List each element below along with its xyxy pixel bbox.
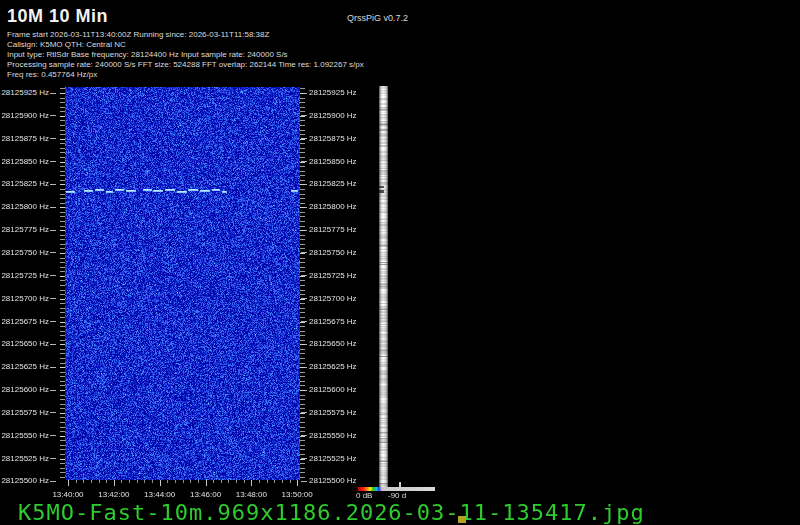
freq-tick — [50, 115, 56, 116]
freq-edge-tick — [300, 230, 305, 231]
freq-edge-tick — [300, 125, 305, 126]
freq-edge-tick — [60, 157, 65, 158]
freq-edge-tick — [300, 436, 305, 437]
freq-edge-tick — [300, 148, 305, 149]
time-major-tick — [251, 480, 252, 486]
freq-edge-tick — [300, 166, 305, 167]
freq-edge-tick — [60, 116, 65, 117]
freq-edge-tick — [300, 194, 305, 195]
freq-edge-tick — [300, 395, 305, 396]
freq-edge-tick — [300, 417, 305, 418]
freq-tick — [50, 367, 56, 368]
time-minor-tick — [76, 480, 77, 483]
freq-edge-tick — [300, 253, 305, 254]
freq-edge-tick — [300, 468, 305, 469]
freq-edge-tick — [60, 107, 65, 108]
freq-edge-tick — [300, 102, 305, 103]
freq-edge-tick — [60, 139, 65, 140]
freq-edge-tick — [300, 413, 305, 414]
freq-edge-tick — [300, 312, 305, 313]
freq-edge-tick — [60, 207, 65, 208]
freq-edge-tick — [60, 248, 65, 249]
freq-tick-label: 28125500 Hz — [309, 476, 357, 486]
time-minor-tick — [259, 480, 260, 483]
freq-edge-tick — [300, 162, 305, 163]
freq-edge-tick — [300, 326, 305, 327]
freq-tick-label: 28125650 Hz — [309, 339, 357, 349]
freq-edge-tick — [60, 440, 65, 441]
freq-edge-tick — [60, 280, 65, 281]
freq-tick-label: 28125675 Hz — [309, 317, 357, 327]
freq-edge-tick — [60, 230, 65, 231]
time-minor-tick — [137, 480, 138, 483]
freq-edge-tick — [300, 203, 305, 204]
time-minor-tick — [183, 480, 184, 483]
freq-edge-tick — [60, 331, 65, 332]
freq-edge-tick — [300, 271, 305, 272]
freq-tick — [50, 230, 56, 231]
freq-tick-label: 28125875 Hz — [0, 134, 49, 144]
freq-tick-label: 28125675 Hz — [0, 317, 49, 327]
freq-edge-tick — [60, 239, 65, 240]
qrss-grabber-screen: 10M 10 Min QrssPiG v0.7.2 Frame start 20… — [0, 0, 800, 525]
info-line-frame-start: Frame start 2026-03-11T13:40:00Z Running… — [7, 30, 364, 40]
freq-edge-tick — [300, 221, 305, 222]
freq-edge-tick — [60, 226, 65, 227]
time-minor-tick — [144, 480, 145, 483]
freq-tick-label: 28125725 Hz — [0, 271, 49, 281]
freq-edge-tick — [60, 372, 65, 373]
freq-edge-tick — [60, 472, 65, 473]
freq-edge-tick — [300, 331, 305, 332]
app-version: QrssPiG v0.7.2 — [347, 13, 408, 23]
time-minor-tick — [282, 480, 283, 483]
freq-edge-tick — [300, 390, 305, 391]
freq-edge-tick — [300, 152, 305, 153]
freq-edge-tick — [60, 134, 65, 135]
freq-tick — [50, 252, 56, 253]
freq-edge-tick — [60, 353, 65, 354]
freq-edge-tick — [60, 143, 65, 144]
time-minor-tick — [91, 480, 92, 483]
freq-edge-tick — [60, 349, 65, 350]
freq-edge-tick — [60, 93, 65, 94]
freq-tick-label: 28125750 Hz — [0, 248, 49, 258]
freq-tick — [50, 184, 56, 185]
freq-tick — [50, 344, 56, 345]
freq-edge-tick — [300, 285, 305, 286]
freq-edge-tick — [60, 290, 65, 291]
freq-tick-label: 28125900 Hz — [309, 111, 357, 121]
info-line-callsign: Callsign: K5MO QTH: Central NC — [7, 40, 364, 50]
freq-edge-tick — [300, 134, 305, 135]
freq-edge-tick — [60, 468, 65, 469]
freq-edge-tick — [60, 203, 65, 204]
freq-tick-label: 28125700 Hz — [0, 294, 49, 304]
freq-edge-tick — [60, 235, 65, 236]
freq-tick-label: 28125825 Hz — [309, 179, 357, 189]
freq-edge-tick — [60, 340, 65, 341]
freq-tick-label: 28125800 Hz — [0, 202, 49, 212]
time-tick-label: 13:46:00 — [186, 490, 226, 499]
freq-edge-tick — [300, 139, 305, 140]
freq-tick-label: 28125850 Hz — [309, 157, 357, 167]
freq-edge-tick — [300, 111, 305, 112]
freq-edge-tick — [60, 390, 65, 391]
time-minor-tick — [121, 480, 122, 483]
freq-edge-tick — [60, 431, 65, 432]
freq-edge-tick — [60, 258, 65, 259]
freq-tick — [50, 138, 56, 139]
freq-tick-label: 28125600 Hz — [309, 385, 357, 395]
freq-edge-tick — [60, 175, 65, 176]
freq-edge-tick — [60, 436, 65, 437]
time-minor-tick — [244, 480, 245, 483]
freq-edge-tick — [60, 326, 65, 327]
freq-edge-tick — [60, 171, 65, 172]
freq-edge-tick — [300, 358, 305, 359]
freq-tick — [50, 458, 56, 459]
time-minor-tick — [213, 480, 214, 483]
time-tick-label: 13:44:00 — [140, 490, 180, 499]
freq-edge-tick — [300, 381, 305, 382]
freq-edge-tick — [60, 459, 65, 460]
freq-edge-tick — [60, 376, 65, 377]
freq-tick-label: 28125925 Hz — [309, 88, 357, 98]
time-tick-label: 13:40:00 — [48, 490, 88, 499]
